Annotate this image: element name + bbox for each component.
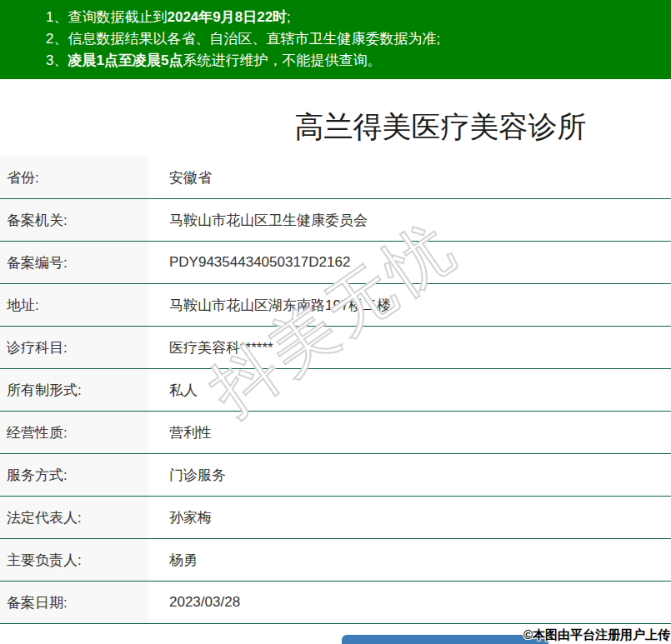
table-row: 备案机关:马鞍山市花山区卫生健康委员会 — [0, 199, 671, 242]
field-value: 2023/03/28 — [148, 582, 671, 624]
field-label: 主要负责人: — [0, 539, 148, 582]
field-value: 马鞍山市花山区卫生健康委员会 — [148, 199, 671, 242]
notice-text: ; — [287, 9, 291, 25]
table-row: 主要负责人:杨勇 — [0, 539, 671, 582]
notice-number: 1、 — [46, 9, 68, 25]
field-label: 服务方式: — [0, 454, 148, 497]
field-label: 诊疗科目: — [0, 327, 148, 369]
table-row: 地址:马鞍山市花山区湖东南路197楼二楼 — [0, 284, 671, 327]
table-row: 法定代表人:孙家梅 — [0, 497, 671, 539]
field-label: 备案机关: — [0, 199, 148, 242]
notice-text: 系统进行维护，不能提供查询。 — [183, 52, 381, 68]
field-label: 经营性质: — [0, 412, 148, 454]
notice-banner: 1、查询数据截止到2024年9月8日22时;2、信息数据结果以各省、自治区、直辖… — [0, 0, 671, 79]
field-value: 门诊服务 — [148, 454, 671, 497]
field-value: 孙家梅 — [148, 497, 671, 539]
field-value: 杨勇 — [148, 539, 671, 582]
notice-line: 1、查询数据截止到2024年9月8日22时; — [46, 7, 663, 28]
table-row: 备案日期:2023/03/28 — [0, 582, 671, 624]
field-label: 法定代表人: — [0, 497, 148, 539]
field-value: 安徽省 — [148, 157, 671, 199]
credit-note: ©本图由平台注册用户上传 — [523, 627, 670, 643]
field-value: 医疗美容科****** — [148, 327, 671, 369]
field-label: 所有制形式: — [0, 369, 148, 412]
registration-table: 省份:安徽省备案机关:马鞍山市花山区卫生健康委员会备案编号:PDY9435443… — [0, 157, 671, 624]
field-label: 备案编号: — [0, 242, 148, 284]
table-row: 省份:安徽省 — [0, 157, 671, 199]
field-label: 省份: — [0, 157, 148, 199]
notice-text: 查询数据截止到 — [68, 9, 167, 25]
notice-number: 3、 — [46, 52, 68, 68]
notice-text: 2024年9月8日22时 — [167, 9, 287, 25]
table-row: 经营性质:营利性 — [0, 412, 671, 454]
table-row: 备案编号:PDY94354434050317D2162 — [0, 242, 671, 284]
notice-line: 3、凌晨1点至凌晨5点系统进行维护，不能提供查询。 — [46, 50, 663, 72]
field-value: PDY94354434050317D2162 — [148, 242, 671, 284]
notice-text: 凌晨1点至凌晨5点 — [68, 52, 183, 68]
table-row: 所有制形式:私人 — [0, 369, 671, 412]
field-value: 私人 — [148, 369, 671, 412]
close-window-button[interactable]: 〖关闭窗口〗 — [342, 635, 548, 644]
field-value: 马鞍山市花山区湖东南路197楼二楼 — [148, 284, 671, 327]
table-row: 服务方式:门诊服务 — [0, 454, 671, 497]
page-title: 高兰得美医疗美容诊所 — [105, 79, 671, 143]
field-value: 营利性 — [148, 412, 671, 454]
table-row: 诊疗科目:医疗美容科****** — [0, 327, 671, 369]
field-label: 地址: — [0, 284, 148, 327]
field-label: 备案日期: — [0, 582, 148, 624]
notice-line: 2、信息数据结果以各省、自治区、直辖市卫生健康委数据为准; — [46, 28, 663, 50]
notice-text: 信息数据结果以各省、自治区、直辖市卫生健康委数据为准; — [68, 31, 440, 47]
notice-number: 2、 — [46, 31, 68, 47]
